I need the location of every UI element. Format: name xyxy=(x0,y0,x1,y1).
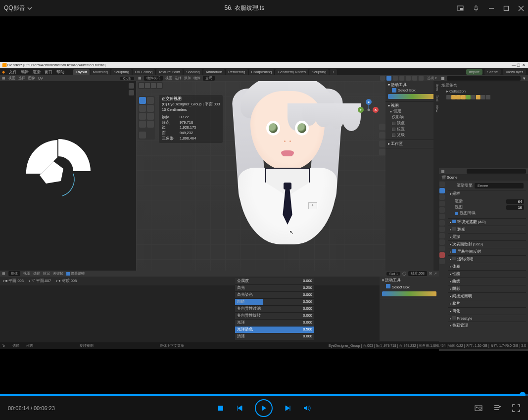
section-freestyle[interactable]: Freestyle xyxy=(448,315,526,322)
render-samples-val[interactable]: 64 xyxy=(506,199,524,204)
cb-vertex[interactable] xyxy=(392,122,395,125)
props-crumb[interactable]: 🎬 Scene xyxy=(439,174,528,181)
cb-position[interactable] xyxy=(392,128,395,131)
mp-1-val[interactable]: 0.250 xyxy=(291,285,314,291)
vp-menu-add[interactable]: 添加 xyxy=(184,76,191,81)
tab-modeling[interactable]: Modeling xyxy=(91,69,110,75)
mp-5-val[interactable]: 0.000 xyxy=(291,313,314,319)
tool-addcube[interactable] xyxy=(139,132,146,139)
tool-transform[interactable] xyxy=(147,113,154,120)
minimize-button[interactable] xyxy=(488,5,494,11)
tl-type-icon[interactable]: ▦ xyxy=(2,272,5,276)
uv-texture-name[interactable]: Cloth xyxy=(120,77,134,80)
uv-canvas[interactable] xyxy=(0,81,136,271)
props-tab-world[interactable] xyxy=(439,207,445,213)
zoom-icon[interactable] xyxy=(379,124,385,130)
hierarchy-node-1[interactable]: ▽ 平面.007 xyxy=(29,279,51,283)
section-volume[interactable]: 体积 xyxy=(448,263,526,270)
props-tab-render[interactable] xyxy=(439,182,445,187)
outliner-scene-collection[interactable]: 场景集合 xyxy=(441,83,526,89)
lnp-active-tool[interactable]: ▾ 活动工具 xyxy=(382,278,436,283)
uv-menu-image[interactable]: 图像 xyxy=(28,76,35,81)
tab-shading[interactable]: Shading xyxy=(184,69,202,75)
tab-geo[interactable]: Geometry Nodes xyxy=(275,69,308,75)
obj-icon[interactable] xyxy=(451,95,456,99)
props-tab-output[interactable] xyxy=(439,188,445,193)
uv-menu-view[interactable]: 视图 xyxy=(8,76,15,81)
mp-8-val[interactable]: 0.000 xyxy=(291,333,314,340)
tl-menu-marker[interactable]: 标记 xyxy=(43,271,50,276)
hierarchy-node-2[interactable]: ● 材质.008 xyxy=(56,279,77,283)
xray-icon[interactable] xyxy=(393,76,398,81)
new-material-icon[interactable]: ☒ xyxy=(429,272,432,276)
outliner-collection[interactable]: ▸ Collection xyxy=(441,89,526,94)
tl-menu-key[interactable]: 关键帧 xyxy=(53,271,63,276)
props-tab-scene[interactable] xyxy=(439,201,445,206)
props-tab-texture[interactable] xyxy=(439,259,445,264)
play-button[interactable] xyxy=(255,399,273,417)
props-tab-data[interactable] xyxy=(439,246,445,251)
vp-menu-object[interactable]: 物体 xyxy=(193,76,200,81)
tab-anim[interactable]: Animation xyxy=(203,69,225,75)
prev-button[interactable] xyxy=(236,405,243,412)
menu-file[interactable]: 文件 xyxy=(9,69,17,75)
lnp-colorbar[interactable] xyxy=(382,291,436,296)
mp-0-val[interactable]: 0.000 xyxy=(291,278,314,284)
props-tab-material[interactable] xyxy=(439,252,445,258)
npanel-tabs[interactable]: ItemToolView xyxy=(433,81,439,271)
viewlayer-field[interactable]: ViewLayer xyxy=(503,69,526,75)
section-ssr[interactable]: 屏幕空间反射 xyxy=(448,248,526,255)
uv-zoom-icon[interactable] xyxy=(129,83,134,89)
tab-script[interactable]: Scripting xyxy=(309,69,329,75)
uv-hand-icon[interactable] xyxy=(129,90,134,95)
section-ao[interactable]: 环境光遮蔽 (AO) xyxy=(448,219,526,226)
persp-icon[interactable] xyxy=(379,149,385,155)
uv-editor-icon[interactable]: ▦ xyxy=(2,76,5,80)
material-slot[interactable]: Slot 1 xyxy=(386,272,400,276)
link-material-icon[interactable]: ↗ xyxy=(434,272,437,276)
menu-help[interactable]: 帮助 xyxy=(56,69,64,75)
pip-icon[interactable] xyxy=(457,5,464,12)
section-bloom[interactable]: 辉光 xyxy=(448,226,526,233)
menu-window[interactable]: 窗口 xyxy=(45,69,52,75)
props-tab-particle[interactable] xyxy=(439,227,445,232)
tool-cursor[interactable] xyxy=(147,97,154,104)
section-motion[interactable]: 运动模糊 xyxy=(448,256,526,263)
shading-wire-icon[interactable] xyxy=(399,76,404,81)
section-sss[interactable]: 次表面散射 (SSS) xyxy=(448,241,526,248)
tool-annotate[interactable] xyxy=(139,121,146,128)
cb-parent[interactable] xyxy=(392,134,395,137)
vp-menu-select[interactable]: 选择 xyxy=(175,76,182,81)
section-color[interactable]: 色彩管理 xyxy=(448,322,526,329)
tab-texpaint[interactable]: Texture Paint xyxy=(156,69,183,75)
npanel-active-tool[interactable]: ▾ 活动工具 xyxy=(388,83,436,88)
mp-2-val[interactable]: 0.000 xyxy=(291,292,314,298)
volume-button[interactable] xyxy=(303,405,311,412)
vp-menu-view[interactable]: 视图 xyxy=(165,76,172,81)
playlist-button[interactable] xyxy=(493,404,501,412)
fullscreen-button[interactable] xyxy=(512,404,520,412)
orientation-dropdown[interactable]: 全局 xyxy=(203,76,215,81)
section-perf[interactable]: 性能 xyxy=(448,271,526,278)
uv-menu-uv[interactable]: UV xyxy=(38,77,43,80)
blender-max-icon[interactable]: ▢ xyxy=(516,63,521,67)
app-menu[interactable]: QQ影音 xyxy=(4,4,32,12)
props-type-icon[interactable]: ▦ xyxy=(441,169,445,174)
mp-3-val[interactable]: 0.506 xyxy=(291,299,314,305)
props-tab-view[interactable] xyxy=(439,194,445,200)
blender-logo-icon[interactable]: ◆ xyxy=(2,70,5,74)
props-tab-physics[interactable] xyxy=(439,233,445,238)
mp-4-val[interactable]: 0.000 xyxy=(291,306,314,312)
shading-matprev-icon[interactable] xyxy=(412,76,417,81)
menu-edit[interactable]: 编辑 xyxy=(21,69,29,75)
props-tab-modifier[interactable] xyxy=(439,220,445,226)
section-sampling[interactable]: 采样 xyxy=(448,190,526,197)
props-tab-object[interactable] xyxy=(439,214,445,219)
tool-select[interactable] xyxy=(139,97,146,104)
tool-rotate[interactable] xyxy=(147,105,154,112)
scene-field[interactable]: Scene xyxy=(484,69,501,75)
obj-icon[interactable] xyxy=(481,95,485,99)
editor-type-icon[interactable]: ▦ xyxy=(138,76,142,80)
section-dof[interactable]: 景深 xyxy=(448,233,526,240)
autokey-checkbox[interactable] xyxy=(66,272,70,276)
